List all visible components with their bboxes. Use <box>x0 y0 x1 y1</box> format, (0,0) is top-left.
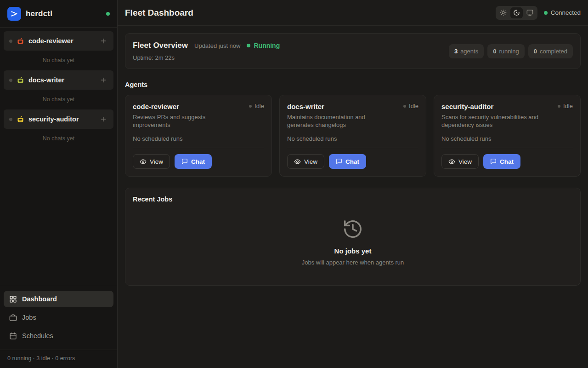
agent-status: Idle <box>558 103 573 109</box>
agent-description: Scans for security vulnerabilities and d… <box>441 113 547 129</box>
fleet-overview-title: Fleet Overview <box>133 41 188 50</box>
plus-icon <box>100 76 107 84</box>
eye-icon <box>448 158 455 165</box>
no-chats-label: No chats yet <box>0 129 117 148</box>
chat-agent-button[interactable]: Chat <box>175 154 212 169</box>
main-area: Fleet Dashboard <box>118 0 588 368</box>
sidebar: herdctl code-reviewer <box>0 0 118 368</box>
chat-button-label: Chat <box>500 158 514 165</box>
no-chats-label: No chats yet <box>0 90 117 109</box>
dashboard-content: Fleet Overview Updated just now Running … <box>118 26 588 368</box>
sidebar-item-dashboard[interactable]: Dashboard <box>4 291 113 307</box>
chat-agent-button[interactable]: Chat <box>483 154 520 169</box>
sidebar-item-jobs[interactable]: Jobs <box>4 309 113 326</box>
page-title: Fleet Dashboard <box>125 8 193 18</box>
app-online-dot <box>106 12 110 16</box>
agent-description: Maintains documentation and generates ch… <box>287 113 393 129</box>
topbar-controls: Connected <box>496 6 581 20</box>
badge-value: 0 <box>493 48 496 55</box>
view-button-label: View <box>458 158 472 165</box>
new-chat-button[interactable] <box>99 75 108 85</box>
agent-description: Reviews PRs and suggests improvements <box>133 113 238 129</box>
view-button-label: View <box>150 158 163 165</box>
sidebar-agent-list: code-reviewer No chats yet <box>0 28 117 285</box>
sidebar-item-docs-writer[interactable]: docs-writer <box>4 70 113 90</box>
agent-status-label: Idle <box>563 103 573 109</box>
chat-bubble-icon <box>181 158 188 165</box>
nav-label: Dashboard <box>22 295 57 303</box>
sidebar-item-code-reviewer[interactable]: code-reviewer <box>4 31 113 51</box>
agent-status: Idle <box>403 103 418 109</box>
agent-name: code-reviewer <box>28 37 74 45</box>
fleet-status-label: Running <box>254 42 280 49</box>
nav-label: Schedules <box>22 332 53 339</box>
agent-card-name: docs-writer <box>287 103 324 110</box>
new-chat-button[interactable] <box>99 115 108 124</box>
app-logo-icon <box>7 7 21 21</box>
calendar-icon <box>9 332 17 340</box>
chat-agent-button[interactable]: Chat <box>329 154 366 169</box>
fleet-badges: 3 agents 0 running 0 completed <box>449 44 573 58</box>
new-chat-button[interactable] <box>99 36 108 46</box>
agent-idle-dot <box>9 118 12 121</box>
connection-status-dot <box>544 11 548 15</box>
view-agent-button[interactable]: View <box>133 154 170 169</box>
plus-icon <box>100 37 107 45</box>
sidebar-item-security-auditor[interactable]: security-auditor <box>4 109 113 129</box>
badge-label: running <box>499 48 519 55</box>
fleet-status-dot <box>247 44 250 47</box>
agent-card-name: code-reviewer <box>133 103 179 110</box>
sidebar-nav: Dashboard Jobs Schedules <box>0 285 117 350</box>
theme-dark-button[interactable] <box>510 7 523 18</box>
badge-label: completed <box>540 48 567 55</box>
theme-toggle-group <box>496 6 537 20</box>
agent-status-dot <box>249 105 252 108</box>
view-agent-button[interactable]: View <box>441 154 479 169</box>
dashboard-grid-icon <box>9 295 17 303</box>
sidebar-agent-group: security-auditor No chats yet <box>0 109 117 148</box>
view-agent-button[interactable]: View <box>287 154 324 169</box>
jobs-empty-subtitle: Jobs will appear here when agents run <box>302 259 404 266</box>
chat-bubble-icon <box>336 158 342 165</box>
monitor-icon <box>526 9 533 16</box>
badge-value: 0 <box>534 48 537 55</box>
recent-jobs-card: Recent Jobs No jobs yet Jobs will appear… <box>125 188 581 286</box>
theme-light-button[interactable] <box>497 7 509 18</box>
agent-idle-dot <box>9 79 12 82</box>
fleet-overview-left: Fleet Overview Updated just now Running … <box>133 41 280 61</box>
completed-count-badge: 0 completed <box>528 44 573 58</box>
sun-icon <box>500 9 507 16</box>
agents-count-badge: 3 agents <box>449 44 484 58</box>
agent-card-name: security-auditor <box>441 103 493 110</box>
no-chats-label: No chats yet <box>0 51 117 69</box>
badge-label: agents <box>460 48 478 55</box>
robot-icon <box>17 37 24 45</box>
chat-button-label: Chat <box>345 158 359 165</box>
plus-icon <box>100 115 107 123</box>
eye-icon <box>294 158 301 165</box>
recent-jobs-title: Recent Jobs <box>133 196 573 203</box>
agent-schedule-label: No scheduled runs <box>133 135 264 142</box>
agent-status-dot <box>403 105 406 108</box>
theme-system-button[interactable] <box>524 7 536 18</box>
sidebar-item-schedules[interactable]: Schedules <box>4 328 113 344</box>
running-count-badge: 0 running <box>487 44 525 58</box>
agent-status: Idle <box>249 103 264 109</box>
nav-label: Jobs <box>22 314 36 321</box>
app-name: herdctl <box>26 9 52 18</box>
fleet-overview-card: Fleet Overview Updated just now Running … <box>125 33 581 69</box>
agent-schedule-label: No scheduled runs <box>287 135 418 142</box>
agent-card-security-auditor: security-auditor Idle Scans for security… <box>434 95 581 177</box>
sidebar-agent-group: docs-writer No chats yet <box>0 70 117 109</box>
fleet-overview-updated: Updated just now <box>194 42 240 49</box>
agent-idle-dot <box>9 40 12 43</box>
agent-name: docs-writer <box>28 76 64 84</box>
agent-status-label: Idle <box>409 103 418 109</box>
agent-card-code-reviewer: code-reviewer Idle Reviews PRs and sugge… <box>125 95 272 177</box>
connection-status-label: Connected <box>551 9 581 16</box>
agents-section-heading: Agents <box>125 81 581 88</box>
top-bar: Fleet Dashboard <box>118 0 588 26</box>
agent-schedule-label: No scheduled runs <box>441 135 573 142</box>
briefcase-icon <box>9 314 17 322</box>
badge-value: 3 <box>454 48 458 55</box>
